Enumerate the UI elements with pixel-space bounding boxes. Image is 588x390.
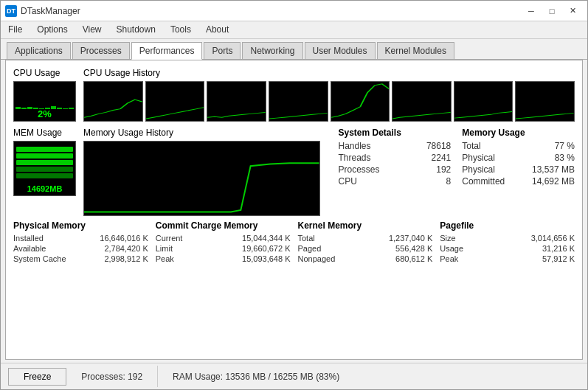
- cc-current-label: Current: [156, 234, 183, 243]
- mem-usage-label: MEM Usage: [13, 128, 62, 138]
- menubar: File Options View Shutdown Tools About: [1, 21, 587, 39]
- mem-usage-graph: 14692MB: [13, 141, 76, 196]
- window-title: DTaskManager: [21, 6, 521, 16]
- menu-tools[interactable]: Tools: [163, 23, 198, 37]
- window-controls: ─ □ ✕: [521, 4, 583, 18]
- physical-memory-section: Physical Memory Installed 16,646,016 K A…: [13, 220, 148, 265]
- threads-label: Threads: [339, 153, 371, 163]
- mem-total-label: Total: [462, 141, 480, 151]
- menu-view[interactable]: View: [75, 23, 109, 37]
- cpu-row: CPU Usage 2%: [13, 68, 575, 122]
- pf-usage-value: 31,216 K: [542, 244, 575, 253]
- mem-physical-pct-label: Physical: [462, 153, 495, 163]
- cc-limit-value: 19,660,672 K: [242, 244, 290, 253]
- main-window: DT DTaskManager ─ □ ✕ File Options View …: [0, 0, 588, 390]
- cc-peak-label: Peak: [156, 254, 174, 263]
- kernel-memory-title: Kernel Memory: [298, 220, 433, 231]
- mem-physical-mb-value: 13,537 MB: [532, 164, 575, 175]
- mem-committed-row: Committed 14,692 MB: [462, 176, 575, 187]
- handles-label: Handles: [339, 141, 371, 151]
- cpu-usage-graph: 2%: [13, 81, 76, 122]
- maximize-button[interactable]: □: [542, 4, 562, 18]
- status-divider: [157, 366, 158, 387]
- menu-shutdown[interactable]: Shutdown: [109, 23, 163, 37]
- cpu-history-label: CPU Usage History: [83, 68, 575, 78]
- cpu-usage-box: CPU Usage 2%: [13, 68, 76, 122]
- cc-limit-label: Limit: [156, 244, 173, 253]
- tab-performances[interactable]: Performances: [131, 42, 203, 60]
- freeze-button[interactable]: Freeze: [8, 368, 66, 386]
- cpu-history-graph-6: [392, 81, 452, 122]
- titlebar: DT DTaskManager ─ □ ✕: [1, 1, 587, 21]
- pm-syscache-value: 2,998,912 K: [104, 254, 148, 263]
- memory-usage-panel: Memory Usage Total 77 % Physical 83 % Ph…: [462, 128, 575, 188]
- cpu-history-graph-7: [454, 81, 513, 122]
- pf-peak-value: 57,912 K: [542, 254, 575, 263]
- pm-available-value: 2,784,420 K: [104, 244, 148, 253]
- tab-applications[interactable]: Applications: [7, 42, 71, 59]
- detail-cpu: CPU 8: [339, 176, 452, 187]
- menu-about[interactable]: About: [198, 23, 236, 37]
- stats-row: Physical Memory Installed 16,646,016 K A…: [13, 216, 575, 265]
- pf-usage-label: Usage: [440, 244, 463, 253]
- tab-processes[interactable]: Processes: [72, 42, 130, 59]
- cpu-history-graph-1: [83, 81, 143, 122]
- pf-size-label: Size: [440, 234, 455, 243]
- app-icon: DT: [5, 5, 17, 17]
- tabs-bar: Applications Processes Performances Port…: [1, 39, 587, 60]
- cpu-history-graph-2: [145, 81, 205, 122]
- km-paged: Paged 556,428 K: [298, 244, 433, 253]
- mem-row: MEM Usage 14692MB Memory Usage History: [13, 128, 575, 216]
- pm-installed-value: 16,646,016 K: [100, 234, 148, 243]
- close-button[interactable]: ✕: [562, 4, 583, 18]
- cpu-history-graph-3: [207, 81, 266, 122]
- minimize-button[interactable]: ─: [521, 4, 542, 18]
- pagefile-title: Pagefile: [440, 220, 575, 231]
- pf-usage: Usage 31,216 K: [440, 244, 575, 253]
- pm-installed: Installed 16,646,016 K: [13, 234, 148, 243]
- km-paged-value: 556,428 K: [395, 244, 432, 253]
- mem-history-label: Memory Usage History: [83, 128, 320, 138]
- cpu-usage-label: CPU Usage: [13, 68, 60, 78]
- tab-kernel-modules[interactable]: Kernel Modules: [377, 42, 454, 59]
- detail-threads: Threads 2241: [339, 153, 452, 163]
- system-details-title: System Details: [339, 128, 452, 138]
- pm-syscache-label: System Cache: [13, 254, 66, 263]
- tab-user-modules[interactable]: User Modules: [305, 42, 376, 59]
- mem-committed-label: Committed: [462, 176, 505, 187]
- km-paged-label: Paged: [298, 244, 322, 253]
- threads-value: 2241: [432, 153, 452, 163]
- pagefile-section: Pagefile Size 3,014,656 K Usage 31,216 K…: [440, 220, 575, 265]
- system-details-panel: System Details Handles 78618 Threads 224…: [339, 128, 452, 188]
- cpu-percent-value: 2%: [38, 108, 52, 119]
- physical-memory-title: Physical Memory: [13, 220, 148, 231]
- cc-limit: Limit 19,660,672 K: [156, 244, 291, 253]
- cpu-history-graph-4: [269, 81, 328, 122]
- mem-lines: [16, 144, 73, 181]
- tab-networking[interactable]: Networking: [242, 42, 302, 59]
- mem-history-section: Memory Usage History: [83, 128, 320, 216]
- mem-value: 14692MB: [27, 184, 63, 193]
- cc-current: Current 15,044,344 K: [156, 234, 291, 243]
- cpu-history-section: CPU Usage History: [83, 68, 575, 122]
- mem-total-value: 77 %: [555, 141, 575, 151]
- km-nonpaged: Nonpaged 680,612 K: [298, 254, 433, 263]
- processes-value: 192: [436, 164, 451, 175]
- pm-available-label: Available: [13, 244, 46, 253]
- menu-options[interactable]: Options: [30, 23, 75, 37]
- menu-file[interactable]: File: [1, 23, 30, 37]
- km-total-value: 1,237,040 K: [389, 234, 432, 243]
- right-info-panels: System Details Handles 78618 Threads 224…: [339, 128, 575, 188]
- mem-total-row: Total 77 %: [462, 141, 575, 151]
- handles-value: 78618: [426, 141, 451, 151]
- mem-physical-mb-row: Physical 13,537 MB: [462, 164, 575, 175]
- km-total: Total 1,237,040 K: [298, 234, 433, 243]
- pf-peak-label: Peak: [440, 254, 458, 263]
- cc-current-value: 15,044,344 K: [242, 234, 290, 243]
- tab-ports[interactable]: Ports: [204, 42, 241, 59]
- processes-label: Processes: [339, 164, 380, 175]
- mem-history-graph: [83, 141, 320, 216]
- mem-committed-value: 14,692 MB: [532, 176, 575, 187]
- mem-usage-box: MEM Usage 14692MB: [13, 128, 76, 196]
- performances-panel: CPU Usage 2%: [5, 60, 583, 360]
